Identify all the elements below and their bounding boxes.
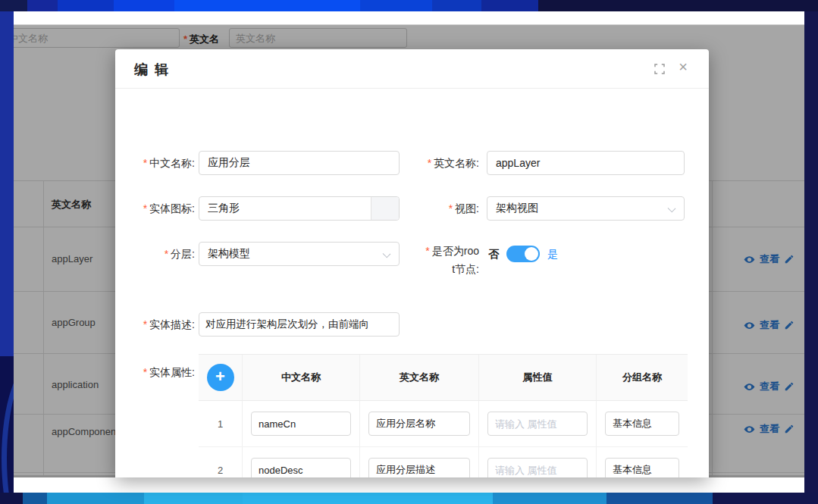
attribute-row: 2 bbox=[199, 447, 688, 477]
band-segment bbox=[481, 0, 538, 11]
entity-desc-label: *实体描述: bbox=[115, 312, 195, 337]
band-segment bbox=[538, 0, 818, 11]
frame-bottom-band bbox=[0, 493, 818, 504]
attr-group-input[interactable] bbox=[605, 458, 679, 477]
band-segment bbox=[23, 493, 47, 504]
view-label: *视图: bbox=[403, 196, 479, 221]
row-index: 2 bbox=[218, 465, 223, 476]
is-root-label: *是否为roo t节点: bbox=[403, 242, 479, 278]
band-segment bbox=[243, 493, 493, 504]
required-asterisk: * bbox=[143, 366, 147, 378]
band-segment bbox=[174, 0, 360, 11]
close-icon[interactable]: × bbox=[679, 59, 688, 74]
en-name-input[interactable]: appLayer bbox=[487, 151, 685, 175]
modal-body: *中文名称: 应用分层 *英文名称: appLayer *实体图标: 三角形 *… bbox=[115, 89, 709, 477]
layer-label: *分层: bbox=[115, 242, 195, 266]
view-select[interactable]: 架构视图 bbox=[487, 196, 685, 221]
row-index: 1 bbox=[218, 418, 223, 430]
attribute-table-header: + 中文名称 英文名称 属性值 分组名称 bbox=[199, 354, 688, 401]
band-segment bbox=[144, 493, 243, 504]
required-asterisk: * bbox=[143, 202, 147, 214]
band-segment bbox=[0, 0, 27, 11]
edit-modal: 编 辑 × *中文名称: 应用分层 *英文名称: appLayer *实体图标:… bbox=[115, 49, 709, 477]
layer-select[interactable]: 架构模型 bbox=[199, 242, 400, 266]
required-asterisk: * bbox=[143, 318, 147, 330]
attr-value-input[interactable] bbox=[487, 412, 588, 436]
band-segment bbox=[713, 493, 818, 504]
toggle-on-text: 是 bbox=[547, 246, 558, 262]
required-asterisk: * bbox=[425, 245, 429, 257]
add-attribute-button[interactable]: + bbox=[207, 364, 234, 391]
band-segment bbox=[432, 0, 481, 11]
attr-name-en-input[interactable] bbox=[368, 412, 470, 436]
decorative-curve bbox=[2, 360, 14, 493]
band-segment bbox=[360, 0, 432, 11]
header-value: 属性值 bbox=[479, 355, 597, 400]
header-name-en: 英文名称 bbox=[360, 355, 479, 400]
band-segment bbox=[493, 493, 606, 504]
attribute-table-body: 1 2 3 bbox=[199, 401, 688, 477]
attr-name-en-input[interactable] bbox=[368, 458, 470, 477]
entity-icon-input[interactable]: 三角形 bbox=[199, 196, 400, 221]
en-name-label: *英文名称: bbox=[403, 151, 479, 175]
expand-icon[interactable] bbox=[654, 64, 665, 77]
required-asterisk: * bbox=[143, 157, 147, 169]
band-segment bbox=[0, 493, 23, 504]
header-name-cn: 中文名称 bbox=[243, 355, 360, 400]
attribute-row: 1 bbox=[199, 401, 688, 447]
band-segment bbox=[58, 0, 114, 11]
frame-right-strip bbox=[804, 11, 818, 493]
attribute-table: + 中文名称 英文名称 属性值 分组名称 1 2 bbox=[199, 354, 688, 477]
band-segment bbox=[606, 493, 713, 504]
header-group: 分组名称 bbox=[597, 355, 688, 400]
chevron-down-icon bbox=[383, 250, 391, 258]
required-asterisk: * bbox=[449, 202, 453, 214]
modal-title: 编 辑 bbox=[134, 61, 170, 79]
band-segment bbox=[47, 493, 144, 504]
frame-left-strip bbox=[0, 11, 14, 493]
required-asterisk: * bbox=[428, 157, 431, 169]
band-segment bbox=[27, 0, 58, 11]
entity-attrs-label: *实体属性: bbox=[115, 360, 195, 384]
modal-header: 编 辑 × bbox=[115, 49, 709, 89]
attr-value-input[interactable] bbox=[487, 458, 588, 477]
attr-name-cn-input[interactable] bbox=[251, 458, 351, 477]
attr-name-cn-input[interactable] bbox=[251, 412, 351, 436]
icon-preview-addon[interactable] bbox=[371, 196, 399, 221]
toggle-off-text: 否 bbox=[488, 246, 499, 262]
band-segment bbox=[114, 0, 174, 11]
cn-name-label: *中文名称: bbox=[115, 151, 195, 175]
required-asterisk: * bbox=[165, 248, 168, 260]
cn-name-input[interactable]: 应用分层 bbox=[199, 151, 400, 175]
entity-icon-label: *实体图标: bbox=[115, 196, 195, 221]
frame-top-band bbox=[0, 0, 818, 11]
entity-desc-input[interactable]: 对应用进行架构层次划分，由前端向 bbox=[199, 312, 400, 337]
toggle-knob bbox=[525, 247, 538, 261]
attr-group-input[interactable] bbox=[605, 412, 679, 436]
is-root-toggle[interactable] bbox=[506, 246, 540, 262]
chevron-down-icon bbox=[668, 205, 676, 213]
